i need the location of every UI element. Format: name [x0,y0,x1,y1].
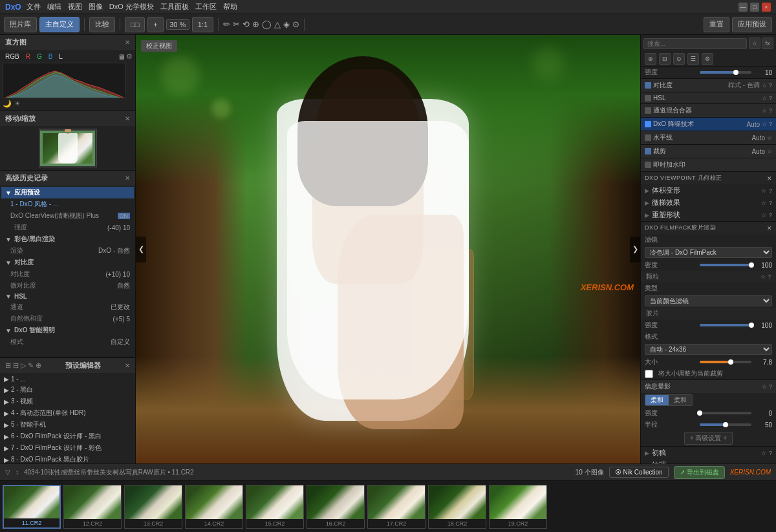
menu-view[interactable]: 视图 [68,2,82,12]
history-close-icon[interactable]: ✕ [125,175,130,182]
noise-q-icon[interactable]: ? [769,121,772,127]
film-thumb-1[interactable]: 11.CR2 [3,485,61,529]
preset-group-2-header[interactable]: ▶ 2 - 黑白 [1,384,134,396]
resize-checkbox[interactable] [645,370,653,378]
hist-tab-g[interactable]: G [34,52,45,61]
search-star-icon[interactable]: ☆ [749,37,760,49]
preset-group-7-header[interactable]: ▶ 7 - DxO FilmPack 设计师 - 彩色 [1,442,134,454]
filter-dropdown[interactable]: 冷色调 - DxO FilmPack [645,247,772,258]
noise-star-icon[interactable]: ☆ [762,121,767,127]
micro-steps-row[interactable]: ▶ 微梯效果 ☆ ? [641,197,776,209]
grain-type-dropdown[interactable]: 当前颜色滤镜 [645,295,772,306]
watermark-title[interactable]: 即时加水印 [641,158,776,171]
history-item-channel[interactable]: 通道 已更改 [1,301,134,313]
preset-icon-2[interactable]: ⊟ [13,361,19,370]
history-item-intensity[interactable]: 强度 (-40) 10 [1,222,134,233]
vp-q-3[interactable]: ? [769,212,772,218]
strength-slider[interactable] [700,412,752,414]
menu-image[interactable]: 图像 [89,2,103,12]
history-item-contrast[interactable]: ▼ 对比度 [1,257,134,268]
menu-edit[interactable]: 编辑 [47,2,61,12]
contrast-q-icon[interactable]: ? [769,82,772,89]
vignetting-star-icon[interactable]: ☆ [762,383,767,390]
triangle-icon[interactable]: △ [274,19,281,29]
film-intensity-slider[interactable] [700,324,752,326]
clearview-toggle[interactable]: ON [118,213,131,219]
horizon-star-icon[interactable]: ☆ [767,134,772,141]
hist-tab-r[interactable]: R [23,52,33,61]
preset-icon-4[interactable]: ✎ [28,361,34,370]
film-thumb-4[interactable]: 14.CR2 [185,485,243,529]
history-item-smart-lighting[interactable]: ▼ DxO 智能照明 [1,325,134,336]
hsl-title-right[interactable]: HSL ☆ ? [641,92,776,103]
filmpack-close-icon[interactable]: ✕ [767,225,773,231]
contrast-star-icon[interactable]: ☆ [762,82,767,89]
customize-tab[interactable]: 主自定义 [39,17,80,32]
hsl-q-icon[interactable]: ? [769,95,772,101]
close-button[interactable]: × [762,3,771,12]
history-item-contrast-val[interactable]: 对比度 (+10) 10 [1,268,134,280]
film-thumb-3[interactable]: 13.CR2 [124,485,182,529]
circle-tool-icon[interactable]: ◯ [262,19,272,29]
hsl-star-icon[interactable]: ☆ [762,95,767,101]
hist-tab-l[interactable]: L [56,52,65,61]
history-item-micro-contrast[interactable]: 微对比度 自然 [1,280,134,292]
texture-q-icon[interactable]: ? [769,462,772,464]
history-item-render-sub[interactable]: 渲染 DxO - 自然 [1,245,134,257]
channel-mixer-title[interactable]: 通道混合合器 ☆ ? [641,104,776,117]
grain-q-icon[interactable]: ? [768,273,771,280]
history-item-bw-render[interactable]: ▼ 彩色/黑白渲染 [1,233,134,245]
vp-star-3[interactable]: ☆ [761,212,766,218]
format-dropdown[interactable]: 自动 - 24x36 [645,344,772,355]
menu-workspace[interactable]: 工作区 [195,2,217,12]
history-item-preset-name[interactable]: 1 - DxO 风格 - ... [1,198,134,210]
apply-preset-button[interactable]: 应用预设 [732,17,772,32]
history-item-vibrance[interactable]: 自然饱和度 (+5) 5 [1,313,134,325]
zoom-value[interactable]: 30 % [166,19,189,30]
advanced-settings-button[interactable]: + 高级设置 + [684,432,733,445]
crop-title[interactable]: 裁剪 Auto ☆ [641,145,776,158]
vignetting-title[interactable]: 信息晕影 ☆ ? [641,380,776,393]
vp-q-1[interactable]: ? [769,187,772,194]
minimize-button[interactable]: — [738,3,748,12]
icon-btn-3[interactable]: ⊙ [673,53,685,65]
zoom-1to1-button[interactable]: 1:1 [192,17,213,32]
icon-btn-5[interactable]: ⚙ [702,53,713,65]
intensity-slider[interactable] [700,71,752,74]
film-thumb-2[interactable]: 12.CR2 [63,485,122,529]
hist-monitor-icon[interactable]: 🖥 [118,53,125,61]
film-thumb-5[interactable]: 15.CR2 [246,485,304,529]
volume-deform-row[interactable]: ▶ 体积变形 ☆ ? [641,184,776,197]
channel-mixer-star-icon[interactable]: ☆ [762,107,767,114]
half-slider[interactable] [700,423,752,426]
nik-collection-button[interactable]: ⦿ Nik Collection [609,467,669,478]
search-input[interactable] [643,38,747,49]
texture-row[interactable]: ▶ 纹理 ☆ ? [641,459,776,463]
reshape-row[interactable]: ▶ 重塑形状 ☆ ? [641,209,776,221]
nav-next-button[interactable]: ❯ [630,237,640,262]
blur-toggle-option[interactable]: 柔和 [645,395,669,405]
preset-group-4-header[interactable]: ▶ 4 - 高动态范围(单张 HDR) [1,407,134,419]
film-thumb-8[interactable]: 18.CR2 [428,485,486,529]
draft-star-icon[interactable]: ☆ [761,450,766,456]
channel-mixer-q-icon[interactable]: ? [769,107,772,114]
nav-prev-button[interactable]: ❮ [136,237,146,262]
compare-button[interactable]: 比较 [89,17,115,32]
menu-tools[interactable]: 工具面板 [160,2,189,12]
viewpoint-title[interactable]: DXO VIEWPOINT 几何校正 ✕ [641,172,776,184]
vp-star-1[interactable]: ☆ [761,187,766,194]
crop-icon[interactable]: ✂ [233,19,240,29]
draft-q-icon[interactable]: ? [769,450,772,456]
preset-group-3-header[interactable]: ▶ 3 - 视频 [1,396,134,407]
fit-view-button[interactable]: □□ [125,17,145,32]
horizon-title[interactable]: 水平线 Auto ☆ [641,131,776,144]
noise-reduction-title[interactable]: DxO 降噪技术 Auto ☆ ? [641,118,776,131]
density-slider[interactable] [700,264,752,266]
film-thumb-6[interactable]: 16.CR2 [307,485,365,529]
preset-icon-1[interactable]: ⊞ [5,361,11,370]
hist-tab-b[interactable]: B [46,52,56,61]
preset-group-6-header[interactable]: ▶ 6 - DxO FilmPack 设计师 - 黑白 [1,431,134,442]
crop-star-icon[interactable]: ☆ [767,148,772,154]
hist-tab-rgb[interactable]: RGB [3,52,22,61]
grain-star-icon[interactable]: ☆ [760,273,766,280]
